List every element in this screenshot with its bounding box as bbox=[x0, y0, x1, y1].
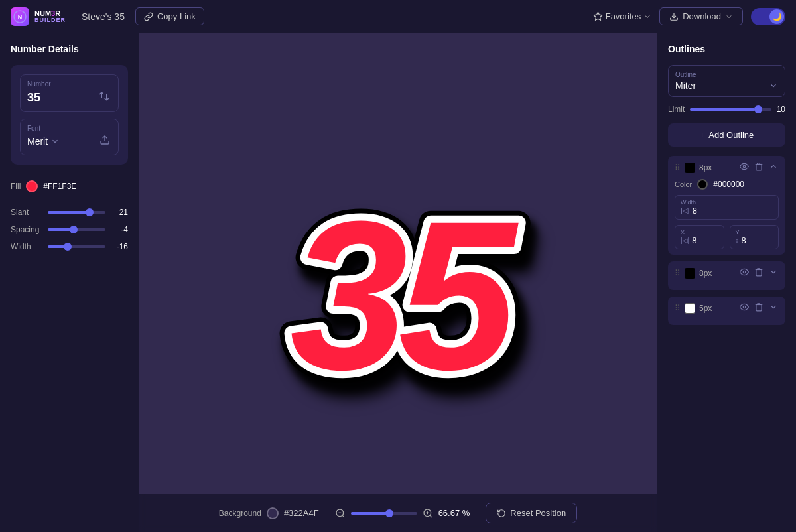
drag-handle-1[interactable]: ⠿ bbox=[675, 163, 681, 172]
left-panel: Number Details Number Font Merit bbox=[0, 33, 139, 532]
font-field: Font Merit bbox=[20, 119, 119, 155]
outline-2-visibility[interactable] bbox=[739, 267, 750, 279]
outline-3-expand[interactable] bbox=[768, 302, 779, 314]
number-display: @font-face {} 35 35 35 bbox=[226, 150, 570, 415]
drag-handle-3[interactable]: ⠿ bbox=[675, 304, 681, 313]
number-flip-button[interactable] bbox=[97, 89, 111, 106]
copy-link-button[interactable]: Copy Link bbox=[135, 7, 204, 25]
app-name-line2: BUILDER bbox=[34, 17, 66, 24]
link-icon bbox=[144, 12, 153, 21]
background-label: Background bbox=[219, 509, 261, 518]
chevron-down-icon bbox=[643, 13, 651, 21]
chevron-down-icon-2 bbox=[769, 267, 778, 277]
chevron-down-icon-3 bbox=[769, 302, 778, 312]
bg-color-circle[interactable] bbox=[267, 507, 279, 519]
download-chevron-icon bbox=[725, 13, 733, 21]
width-slider[interactable] bbox=[48, 245, 105, 248]
copy-link-label: Copy Link bbox=[157, 11, 196, 21]
outline-1-y-field[interactable]: Y ↕ 8 bbox=[730, 225, 779, 249]
limit-thumb bbox=[754, 105, 762, 113]
fill-color-dot[interactable] bbox=[26, 180, 38, 192]
theme-toggle[interactable]: 🌙 bbox=[751, 8, 785, 25]
reset-position-button[interactable]: Reset Position bbox=[486, 503, 577, 523]
font-select-wrapper[interactable]: Merit bbox=[27, 136, 98, 147]
svg-point-9 bbox=[743, 271, 746, 273]
upload-icon bbox=[100, 135, 110, 145]
number-font-group: Number Font Merit bbox=[11, 65, 128, 165]
x-number: 8 bbox=[692, 235, 696, 245]
y-number: 8 bbox=[742, 235, 746, 245]
outline-1-width-label: Width bbox=[681, 199, 773, 206]
outline-1-collapse[interactable] bbox=[768, 161, 779, 174]
x-val: |◁| 8 bbox=[681, 235, 718, 245]
main-layout: Number Details Number Font Merit bbox=[0, 33, 796, 532]
outline-2-swatch[interactable] bbox=[685, 268, 695, 279]
slant-row: Slant 21 bbox=[11, 204, 128, 221]
font-upload-button[interactable] bbox=[98, 133, 111, 149]
outline-2-actions bbox=[739, 267, 779, 279]
eye-icon-3 bbox=[740, 302, 749, 312]
header: N NUM3R BUILDER Steve's 35 Copy Link Fav… bbox=[0, 0, 796, 33]
outline-1-width-val[interactable]: |◁| 8 bbox=[681, 206, 773, 216]
add-outline-button[interactable]: + Add Outline bbox=[668, 123, 785, 147]
outline-3-delete[interactable] bbox=[754, 302, 764, 314]
outline-1-width-number: 8 bbox=[693, 206, 697, 216]
svg-text:N: N bbox=[18, 14, 23, 21]
star-icon bbox=[593, 11, 603, 21]
outline-type-value[interactable]: Miter bbox=[675, 80, 778, 91]
add-outline-plus: + bbox=[700, 130, 705, 140]
outline-item-3-header: ⠿ 5px bbox=[675, 302, 779, 314]
x-icon: |◁| bbox=[681, 237, 689, 244]
background-row: Background #322A4F bbox=[219, 507, 319, 519]
outline-1-visibility[interactable] bbox=[739, 161, 750, 174]
download-button[interactable]: Download bbox=[659, 7, 743, 25]
outline-2-px: 8px bbox=[699, 269, 735, 278]
outline-item-3: ⠿ 5px bbox=[668, 297, 785, 325]
slant-slider[interactable] bbox=[48, 211, 105, 214]
favorites-button[interactable]: Favorites bbox=[593, 11, 651, 21]
outline-3-swatch[interactable] bbox=[685, 303, 695, 314]
zoom-in-icon[interactable] bbox=[423, 508, 433, 519]
right-panel: Outlines Outline Miter Limit 10 + Add Ou… bbox=[657, 33, 796, 532]
y-val: ↕ 8 bbox=[736, 235, 773, 245]
spacing-label: Spacing bbox=[11, 225, 44, 234]
app-name-line1: NUM3R bbox=[34, 9, 66, 17]
y-icon: ↕ bbox=[736, 237, 739, 244]
fill-row: Fill #FF1F3E bbox=[11, 175, 128, 198]
outline-2-delete[interactable] bbox=[754, 267, 764, 279]
spacing-slider[interactable] bbox=[48, 228, 105, 231]
zoom-thumb bbox=[385, 509, 393, 517]
eye-icon bbox=[740, 162, 749, 171]
limit-slider[interactable] bbox=[690, 108, 771, 111]
zoom-fill bbox=[351, 512, 391, 515]
logo-area: N NUM3R BUILDER bbox=[11, 7, 66, 26]
canvas-area: @font-face {} 35 35 35 bbox=[139, 33, 657, 532]
zoom-out-icon[interactable] bbox=[335, 508, 346, 519]
limit-value: 10 bbox=[777, 105, 785, 114]
outline-1-x-field[interactable]: X |◁| 8 bbox=[675, 225, 724, 249]
chevron-up-icon bbox=[769, 162, 778, 171]
eye-icon-2 bbox=[740, 267, 749, 277]
app-logo-icon: N bbox=[11, 7, 29, 26]
spacing-row: Spacing -4 bbox=[11, 221, 128, 238]
limit-fill bbox=[690, 108, 755, 111]
svg-point-10 bbox=[743, 306, 746, 308]
drag-handle-2[interactable]: ⠿ bbox=[675, 269, 681, 278]
outline-chevron-icon bbox=[769, 81, 778, 90]
slant-fill bbox=[48, 211, 90, 214]
limit-row: Limit 10 bbox=[668, 105, 785, 114]
outline-3-visibility[interactable] bbox=[739, 302, 750, 314]
outline-1-delete[interactable] bbox=[754, 161, 764, 174]
number-input[interactable] bbox=[27, 91, 80, 105]
reset-icon bbox=[497, 509, 506, 518]
outline-type-wrapper: Outline Miter bbox=[668, 65, 785, 97]
font-value: Merit bbox=[27, 136, 48, 147]
outline-1-actions bbox=[739, 161, 779, 174]
outline-1-swatch[interactable] bbox=[685, 163, 695, 173]
slant-label: Slant bbox=[11, 208, 44, 217]
svg-point-8 bbox=[743, 165, 746, 168]
outline-1-color-circle[interactable] bbox=[697, 179, 708, 190]
zoom-slider[interactable] bbox=[351, 512, 417, 515]
reset-label: Reset Position bbox=[510, 508, 566, 518]
outline-2-expand[interactable] bbox=[768, 267, 779, 279]
